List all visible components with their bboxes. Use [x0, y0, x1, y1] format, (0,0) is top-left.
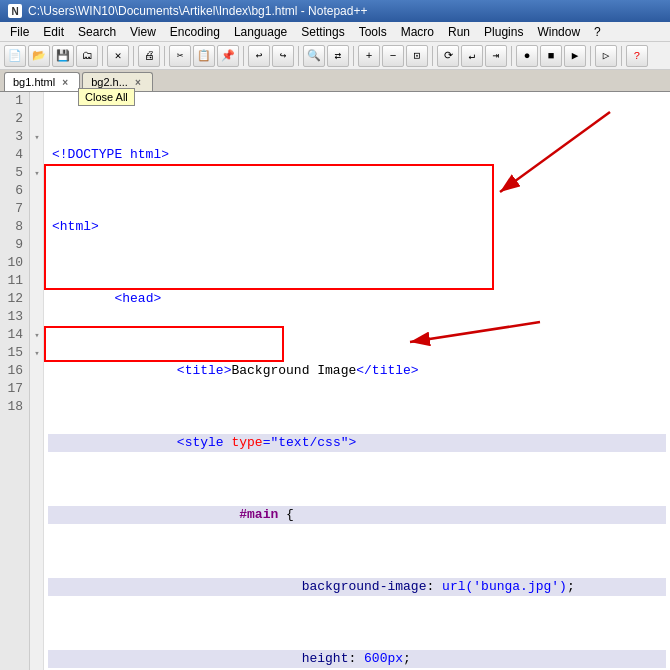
menu-edit[interactable]: Edit: [37, 24, 70, 40]
save-button[interactable]: 💾: [52, 45, 74, 67]
menu-encoding[interactable]: Encoding: [164, 24, 226, 40]
undo-button[interactable]: ↩: [248, 45, 270, 67]
linenum-3: 3: [0, 128, 29, 146]
linenum-18: 18: [0, 398, 29, 416]
code-line-7: background-image: url('bunga.jpg');: [48, 578, 666, 596]
zoomreset-button[interactable]: ⊡: [406, 45, 428, 67]
menu-view[interactable]: View: [124, 24, 162, 40]
new-button[interactable]: 📄: [4, 45, 26, 67]
menu-window[interactable]: Window: [531, 24, 586, 40]
separator-4: [243, 46, 244, 66]
linenum-8: 8: [0, 218, 29, 236]
linenum-12: 12: [0, 290, 29, 308]
separator-9: [590, 46, 591, 66]
separator-5: [298, 46, 299, 66]
tab-bg1-label: bg1.html: [13, 76, 55, 88]
fold-16: [30, 362, 44, 380]
separator-10: [621, 46, 622, 66]
menu-file[interactable]: File: [4, 24, 35, 40]
fold-7: [30, 200, 44, 218]
linenum-6: 6: [0, 182, 29, 200]
linenum-17: 17: [0, 380, 29, 398]
tab-bg1-close[interactable]: ×: [59, 76, 71, 88]
separator-2: [133, 46, 134, 66]
code-content[interactable]: <!DOCTYPE html> <html> <head> <title>Bac…: [44, 92, 670, 670]
fold-9: [30, 236, 44, 254]
fold-6: [30, 182, 44, 200]
fold-17: [30, 380, 44, 398]
fold-13: [30, 308, 44, 326]
copy-button[interactable]: 📋: [193, 45, 215, 67]
menu-tools[interactable]: Tools: [353, 24, 393, 40]
linenum-1: 1: [0, 92, 29, 110]
linenum-5: 5: [0, 164, 29, 182]
code-line-2: <html>: [48, 218, 666, 236]
fold-10: [30, 254, 44, 272]
redo-button[interactable]: ↪: [272, 45, 294, 67]
macro-stop-button[interactable]: ■: [540, 45, 562, 67]
title-text: C:\Users\WIN10\Documents\Artikel\Index\b…: [28, 4, 367, 18]
menu-language[interactable]: Language: [228, 24, 293, 40]
code-line-8: height: 600px;: [48, 650, 666, 668]
menu-search[interactable]: Search: [72, 24, 122, 40]
indent-button[interactable]: ⇥: [485, 45, 507, 67]
linenum-15: 15: [0, 344, 29, 362]
paste-button[interactable]: 📌: [217, 45, 239, 67]
separator-7: [432, 46, 433, 66]
wrap-button[interactable]: ↵: [461, 45, 483, 67]
zoomout-button[interactable]: −: [382, 45, 404, 67]
tab-bg1[interactable]: bg1.html ×: [4, 72, 80, 91]
sync-button[interactable]: ⟳: [437, 45, 459, 67]
close-button[interactable]: ✕: [107, 45, 129, 67]
fold-gutter: ▾ ▾ ▾ ▾: [30, 92, 44, 670]
zoomin-button[interactable]: +: [358, 45, 380, 67]
fold-2: [30, 110, 44, 128]
title-bar: N C:\Users\WIN10\Documents\Artikel\Index…: [0, 0, 670, 22]
fold-15: ▾: [30, 344, 44, 362]
linenum-16: 16: [0, 362, 29, 380]
tab-bg2-label: bg2.h...: [91, 76, 128, 88]
open-button[interactable]: 📂: [28, 45, 50, 67]
cut-button[interactable]: ✂: [169, 45, 191, 67]
findreplace-button[interactable]: ⇄: [327, 45, 349, 67]
menu-bar: File Edit Search View Encoding Language …: [0, 22, 670, 42]
editor: 1 2 3 4 5 6 7 8 9 10 11 12 13 14 15 16 1…: [0, 92, 670, 670]
fold-11: [30, 272, 44, 290]
code-line-6: #main {: [48, 506, 666, 524]
fold-4: [30, 146, 44, 164]
about-button[interactable]: ?: [626, 45, 648, 67]
code-doctype: <!DOCTYPE html>: [52, 146, 169, 164]
linenum-11: 11: [0, 272, 29, 290]
linenum-7: 7: [0, 200, 29, 218]
linenum-13: 13: [0, 308, 29, 326]
fold-12: [30, 290, 44, 308]
fold-18: [30, 398, 44, 416]
run-button[interactable]: ▷: [595, 45, 617, 67]
code-line-5: <style type="text/css">: [48, 434, 666, 452]
menu-macro[interactable]: Macro: [395, 24, 440, 40]
menu-help[interactable]: ?: [588, 24, 607, 40]
linenum-2: 2: [0, 110, 29, 128]
code-line-4: <title>Background Image</title>: [48, 362, 666, 380]
separator-3: [164, 46, 165, 66]
linenum-4: 4: [0, 146, 29, 164]
separator-6: [353, 46, 354, 66]
code-line-3: <head>: [48, 290, 666, 308]
save-all-button[interactable]: 🗂: [76, 45, 98, 67]
linenum-10: 10: [0, 254, 29, 272]
code-line-1: <!DOCTYPE html>: [48, 146, 666, 164]
tab-bar: bg1.html × bg2.h... × Close All: [0, 70, 670, 92]
find-button[interactable]: 🔍: [303, 45, 325, 67]
tab-bg2-close[interactable]: ×: [132, 76, 144, 88]
menu-run[interactable]: Run: [442, 24, 476, 40]
macro-play-button[interactable]: ▶: [564, 45, 586, 67]
linenum-9: 9: [0, 236, 29, 254]
separator-8: [511, 46, 512, 66]
linenum-14: 14: [0, 326, 29, 344]
menu-plugins[interactable]: Plugins: [478, 24, 529, 40]
line-numbers: 1 2 3 4 5 6 7 8 9 10 11 12 13 14 15 16 1…: [0, 92, 30, 670]
macro-rec-button[interactable]: ●: [516, 45, 538, 67]
print-button[interactable]: 🖨: [138, 45, 160, 67]
fold-1: [30, 92, 44, 110]
menu-settings[interactable]: Settings: [295, 24, 350, 40]
